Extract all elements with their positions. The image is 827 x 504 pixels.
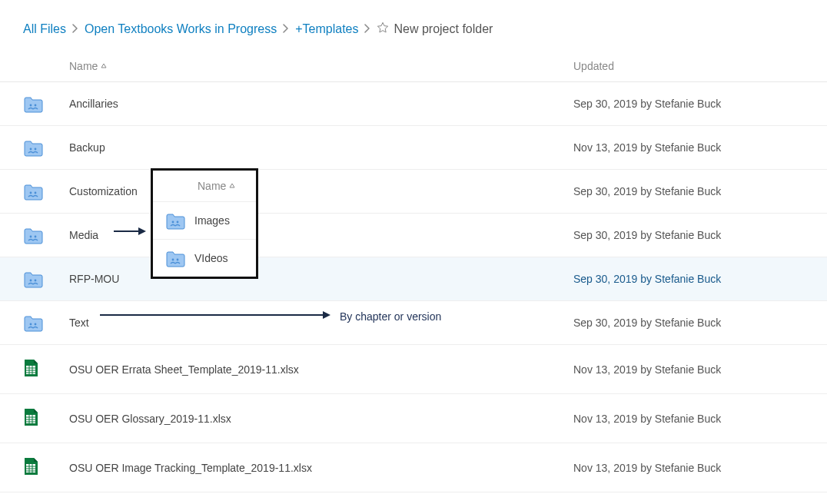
- folder-shared-icon: [23, 184, 69, 199]
- table-row[interactable]: OSU OER Glossary_2019-11.xlsxNov 13, 201…: [0, 394, 827, 443]
- file-name: Backup: [69, 141, 573, 154]
- popup-row-images[interactable]: Images: [153, 202, 256, 240]
- svg-point-4: [30, 192, 32, 194]
- file-updated: Sep 30, 2019 by Stefanie Buck: [573, 317, 804, 329]
- svg-point-7: [35, 236, 37, 238]
- folder-shared-icon: [23, 227, 69, 243]
- svg-point-37: [177, 221, 179, 224]
- chevron-right-icon: [363, 23, 372, 35]
- excel-file-icon: [23, 359, 69, 380]
- file-name: Ancillaries: [69, 98, 573, 110]
- file-updated: Sep 30, 2019 by Stefanie Buck: [573, 185, 804, 197]
- folder-shared-icon: [23, 271, 69, 287]
- svg-point-0: [30, 104, 32, 107]
- svg-point-10: [30, 323, 32, 326]
- table-row[interactable]: RFP-MOUSep 30, 2019 by Stefanie Buck: [0, 257, 827, 301]
- sort-asc-icon: [101, 62, 107, 71]
- excel-file-icon: [23, 457, 69, 478]
- breadcrumb: All Files Open Textbooks Works in Progre…: [0, 22, 827, 52]
- column-header-name[interactable]: Name: [69, 60, 573, 72]
- svg-point-5: [35, 192, 37, 194]
- star-outline-icon[interactable]: [377, 22, 389, 37]
- popup-row-videos[interactable]: VIdeos: [153, 240, 256, 277]
- file-updated: Sep 30, 2019 by Stefanie Buck: [573, 229, 804, 241]
- folder-shared-icon: [165, 213, 185, 228]
- folder-shared-icon: [165, 250, 185, 266]
- file-name: OSU OER Image Tracking_Template_2019-11.…: [69, 462, 573, 474]
- svg-point-3: [35, 148, 37, 151]
- popup-item-label: Images: [194, 214, 230, 227]
- column-header-name-label: Name: [69, 60, 98, 72]
- file-table: Name Updated AncillariesSep 30, 2019 by …: [0, 52, 827, 504]
- table-row[interactable]: OSU OER Errata Sheet_Template_2019-11.xl…: [0, 345, 827, 394]
- file-updated: Nov 13, 2019 by Stefanie Buck: [573, 363, 804, 376]
- folder-shared-icon: [23, 315, 69, 330]
- svg-point-8: [30, 280, 32, 282]
- svg-point-1: [35, 104, 37, 107]
- breadcrumb-link-open-textbooks[interactable]: Open Textbooks Works in Progress: [85, 22, 277, 36]
- table-row[interactable]: CustomizationSep 30, 2019 by Stefanie Bu…: [0, 170, 827, 214]
- file-updated: Nov 13, 2019 by Stefanie Buck: [573, 413, 804, 425]
- table-row[interactable]: OSU OER Multi-source tracking sheet 2019…: [0, 492, 827, 504]
- breadcrumb-link-all-files[interactable]: All Files: [23, 22, 66, 36]
- annotation-text-by-chapter: By chapter or version: [340, 310, 441, 323]
- annotation-arrow-text: [100, 310, 330, 320]
- file-name: Customization: [69, 185, 573, 197]
- excel-file-icon: [23, 408, 69, 429]
- folder-shared-icon: [23, 140, 69, 155]
- column-header-updated[interactable]: Updated: [573, 60, 804, 72]
- svg-point-9: [35, 280, 37, 282]
- chevron-right-icon: [71, 23, 80, 35]
- svg-point-6: [30, 236, 32, 238]
- table-row[interactable]: AncillariesSep 30, 2019 by Stefanie Buck: [0, 82, 827, 126]
- file-name: OSU OER Errata Sheet_Template_2019-11.xl…: [69, 363, 573, 376]
- svg-point-38: [172, 259, 174, 261]
- sort-asc-icon: [229, 182, 235, 191]
- annotation-arrow-media: [114, 226, 146, 237]
- table-header: Name Updated: [0, 52, 827, 82]
- file-updated: Sep 30, 2019 by Stefanie Buck: [573, 273, 804, 285]
- popup-header: Name: [153, 171, 256, 202]
- chevron-right-icon: [281, 23, 291, 35]
- folder-shared-icon: [23, 96, 69, 111]
- file-name: RFP-MOU: [69, 273, 573, 285]
- file-name: OSU OER Glossary_2019-11.xlsx: [69, 413, 573, 425]
- table-row[interactable]: TextSep 30, 2019 by Stefanie Buck: [0, 301, 827, 345]
- popup-item-label: VIdeos: [194, 252, 228, 264]
- breadcrumb-link-templates[interactable]: +Templates: [295, 22, 358, 36]
- popup-header-label: Name: [198, 180, 226, 192]
- table-row[interactable]: OSU OER Image Tracking_Template_2019-11.…: [0, 443, 827, 492]
- table-row[interactable]: BackupNov 13, 2019 by Stefanie Buck: [0, 126, 827, 170]
- file-updated: Nov 13, 2019 by Stefanie Buck: [573, 141, 804, 154]
- svg-point-11: [35, 323, 37, 326]
- svg-point-39: [177, 259, 179, 261]
- media-subfolder-popup: Name Images VIdeos: [151, 168, 258, 279]
- column-icon-spacer: [23, 60, 69, 72]
- svg-point-2: [30, 148, 32, 151]
- breadcrumb-current: New project folder: [394, 22, 493, 36]
- file-updated: Sep 30, 2019 by Stefanie Buck: [573, 98, 804, 110]
- svg-point-36: [172, 221, 174, 224]
- file-updated: Nov 13, 2019 by Stefanie Buck: [573, 462, 804, 474]
